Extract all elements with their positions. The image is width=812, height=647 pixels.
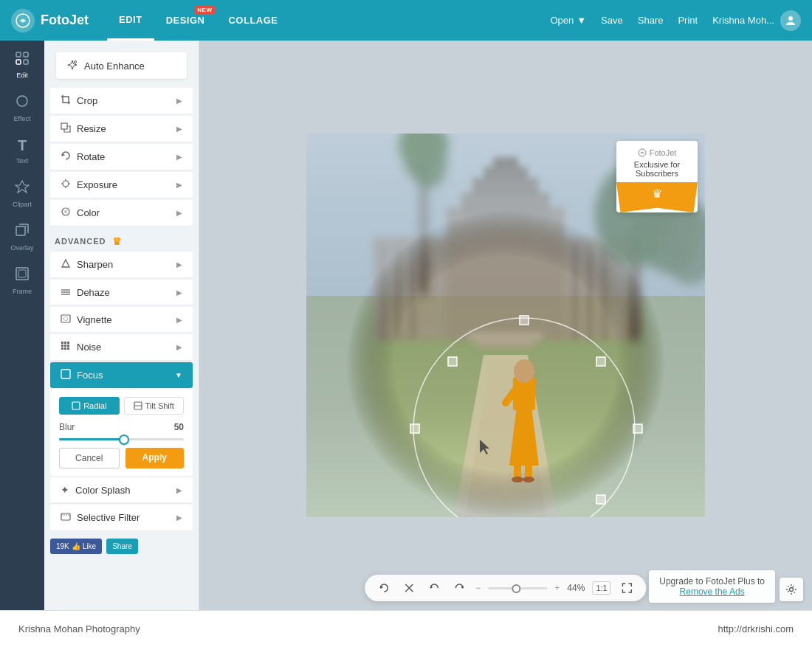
tilt-shift-tab[interactable]: Tilt Shift	[124, 397, 185, 415]
noise-menu-item[interactable]: Noise ▶	[50, 334, 193, 361]
sidebar-item-text[interactable]: T Text	[0, 130, 44, 172]
radial-tab[interactable]: Radial	[59, 397, 120, 415]
focus-icon	[61, 369, 71, 381]
vignette-menu-item[interactable]: Vignette ▶	[50, 307, 193, 333]
auto-enhance-icon	[66, 60, 78, 72]
svg-rect-3	[24, 52, 28, 57]
slider-thumb[interactable]	[119, 435, 129, 445]
sidebar-item-frame[interactable]: Frame	[0, 259, 44, 302]
svg-rect-13	[18, 270, 26, 277]
noise-icon	[61, 341, 71, 353]
sidebar-item-edit[interactable]: Edit	[0, 44, 44, 86]
open-button[interactable]: Open ▼	[550, 15, 586, 26]
undo-button[interactable]	[425, 579, 443, 597]
advanced-tools-list: Sharpen ▶ Dehaze ▶ Vignette	[44, 252, 199, 476]
app-name: FotoJet	[41, 13, 89, 28]
expand-button[interactable]	[619, 579, 636, 597]
svg-point-15	[75, 61, 77, 63]
overlay-icon	[15, 223, 30, 241]
sidebar-item-overlay[interactable]: Overlay	[0, 215, 44, 259]
apply-button[interactable]: Apply	[125, 448, 185, 468]
tab-design[interactable]: DESIGN NEW	[154, 0, 217, 41]
svg-point-82	[523, 477, 534, 482]
resize-icon	[61, 122, 71, 135]
exposure-menu-item[interactable]: Exposure ▶	[50, 172, 193, 198]
zoom-plus[interactable]: +	[554, 583, 560, 593]
social-bar: 19K 👍 Like Share	[44, 533, 199, 560]
footer-right: http://drkrishi.com	[718, 623, 794, 634]
rotate-chevron: ▶	[176, 153, 182, 161]
save-button[interactable]: Save	[601, 15, 623, 26]
edit-label: Edit	[16, 72, 28, 79]
selective-filter-icon	[61, 511, 71, 524]
svg-rect-5	[24, 60, 28, 64]
print-button[interactable]: Print	[678, 15, 698, 26]
dehaze-menu-item[interactable]: Dehaze ▶	[50, 280, 193, 305]
focus-chevron: ▼	[175, 371, 182, 379]
auto-enhance-button[interactable]: Auto Enhance	[56, 52, 187, 79]
svg-rect-88	[596, 357, 605, 366]
resize-menu-item[interactable]: Resize ▶	[50, 116, 193, 142]
cancel-button[interactable]: Cancel	[59, 448, 120, 468]
selective-filter-menu-item[interactable]: Selective Filter ▶	[50, 505, 193, 531]
clipart-label: Clipart	[13, 201, 32, 208]
focus-menu-item[interactable]: Focus ▼	[50, 362, 193, 388]
refresh-button[interactable]	[375, 579, 393, 597]
svg-rect-41	[72, 402, 80, 409]
footer-left: Krishna Mohan Photography	[18, 623, 140, 634]
share-button[interactable]: Share	[638, 15, 664, 26]
like-button[interactable]: 19K 👍 Like	[50, 539, 102, 554]
rotate-menu-item[interactable]: Rotate ▶	[50, 144, 193, 170]
color-splash-chevron: ▶	[176, 486, 182, 494]
sidebar-item-effect[interactable]: Effect	[0, 86, 44, 130]
sharpen-menu-item[interactable]: Sharpen ▶	[50, 252, 193, 278]
user-avatar	[780, 10, 801, 31]
svg-marker-17	[62, 153, 65, 156]
color-icon	[61, 207, 71, 219]
svg-marker-25	[62, 260, 69, 267]
zoom-slider[interactable]	[488, 587, 547, 589]
svg-rect-32	[64, 342, 66, 344]
tool-panel: Auto Enhance Crop ▶ Resize	[44, 41, 199, 610]
frame-icon	[15, 266, 30, 285]
svg-marker-14	[68, 60, 77, 69]
exposure-icon	[61, 179, 71, 191]
svg-rect-12	[16, 268, 28, 280]
user-area[interactable]: Krishna Moh...	[712, 10, 801, 31]
radial-icon	[72, 401, 80, 410]
edit-icon	[16, 52, 29, 69]
color-menu-item[interactable]: Color ▶	[50, 200, 193, 226]
main-layout: Edit Effect T Text Clipart	[0, 41, 812, 610]
share-social-button[interactable]: Share	[106, 539, 138, 554]
bottom-toolbar: − + 44% 1:1	[365, 575, 646, 601]
crop-menu-item[interactable]: Crop ▶	[50, 88, 193, 114]
upgrade-link[interactable]: Remove the Ads	[680, 587, 745, 597]
canvas-area: FotoJet Exclusive for Subscribers ♛	[199, 41, 812, 610]
sharpen-icon	[61, 258, 71, 271]
tab-collage[interactable]: COLLAGE	[216, 0, 289, 41]
logo-area: FotoJet	[11, 9, 89, 32]
crop-chevron: ▶	[176, 97, 182, 105]
top-bar: FotoJet EDIT DESIGN NEW COLLAGE Open ▼ S…	[0, 0, 812, 41]
tab-edit[interactable]: EDIT	[107, 0, 154, 41]
cross-button[interactable]	[400, 579, 418, 597]
redo-button[interactable]	[450, 579, 468, 597]
dehaze-chevron: ▶	[176, 288, 182, 297]
tilt-shift-icon	[134, 401, 142, 410]
svg-rect-39	[67, 347, 69, 350]
color-chevron: ▶	[176, 209, 182, 217]
sharpen-chevron: ▶	[176, 260, 182, 269]
color-splash-menu-item[interactable]: ✦ Color Splash ▶	[50, 477, 193, 503]
blur-slider-row: Blur 50	[59, 422, 184, 432]
top-right-actions: Open ▼ Save Share Print Krishna Moh...	[550, 10, 801, 31]
svg-point-24	[64, 210, 67, 213]
settings-button[interactable]	[780, 578, 803, 601]
ratio-button[interactable]: 1:1	[592, 581, 610, 595]
sidebar-item-clipart[interactable]: Clipart	[0, 172, 44, 215]
svg-point-6	[17, 96, 27, 106]
svg-rect-37	[61, 347, 63, 350]
blur-slider[interactable]	[59, 438, 184, 440]
svg-marker-96	[430, 586, 433, 589]
zoom-minus[interactable]: −	[475, 583, 481, 593]
crown-icon: ♛	[112, 235, 123, 247]
